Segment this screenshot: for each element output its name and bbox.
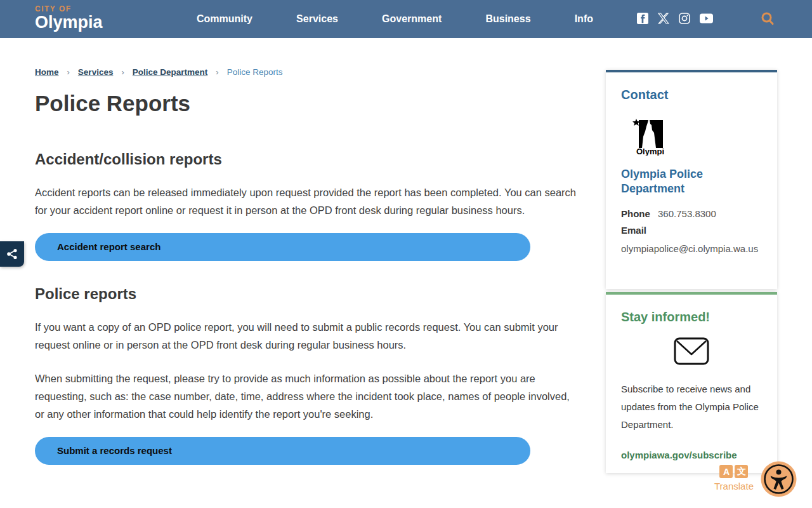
translate-widget[interactable]: A 文 Translate	[714, 465, 754, 491]
main-nav: Community Services Government Business I…	[197, 0, 593, 38]
phone-value: 360.753.8300	[658, 208, 716, 219]
breadcrumb: Home › Services › Police Department › Po…	[35, 67, 580, 77]
stay-informed-heading: Stay informed!	[621, 310, 762, 324]
nav-item-business[interactable]: Business	[485, 13, 530, 25]
stay-informed-text: Subscribe to receive news and updates fr…	[621, 380, 762, 433]
x-twitter-icon[interactable]	[658, 13, 669, 24]
share-button[interactable]	[0, 241, 24, 267]
logo-city-of: CITY OF	[35, 4, 103, 13]
email-value[interactable]: olympiapolice@ci.olympia.wa.us	[621, 243, 762, 254]
site-logo[interactable]: CITY OF Olympia	[35, 4, 103, 31]
subscribe-link[interactable]: olympiawa.gov/subscribe	[621, 450, 737, 460]
section-heading-accident: Accident/collision reports	[35, 150, 580, 168]
nav-item-government[interactable]: Government	[382, 13, 442, 25]
page: CITY OF Olympia Community Services Gover…	[0, 0, 812, 508]
breadcrumb-services[interactable]: Services	[78, 67, 114, 77]
nav-item-community[interactable]: Community	[197, 13, 252, 25]
svg-text:Olympia: Olympia	[636, 147, 664, 156]
accident-report-search-button[interactable]: Accident report search	[35, 233, 530, 261]
translate-letter-a: A	[719, 465, 733, 478]
contact-card: Contact Olympia Olympia Police Departmen…	[606, 70, 777, 289]
envelope-icon[interactable]	[674, 337, 709, 368]
youtube-icon[interactable]	[700, 13, 713, 23]
search-icon[interactable]	[760, 11, 775, 30]
translate-label: Translate	[714, 481, 754, 491]
paragraph-accident: Accident reports can be released immedia…	[35, 184, 580, 220]
breadcrumb-home[interactable]: Home	[35, 67, 59, 77]
contact-org-link[interactable]: Olympia Police Department	[621, 167, 762, 196]
breadcrumb-separator: ›	[67, 67, 70, 77]
olympia-police-logo-icon[interactable]: Olympia	[631, 116, 664, 156]
translate-char-cjk: 文	[735, 465, 748, 478]
breadcrumb-police-department[interactable]: Police Department	[133, 67, 208, 77]
nav-item-services[interactable]: Services	[296, 13, 338, 25]
breadcrumb-separator: ›	[121, 67, 124, 77]
logo-olympia: Olympia	[35, 14, 103, 31]
main-content: Home › Services › Police Department › Po…	[35, 67, 580, 465]
phone-label: Phone	[621, 208, 650, 219]
submit-records-request-button[interactable]: Submit a records request	[35, 437, 530, 465]
translate-icon: A 文	[714, 465, 754, 478]
contact-heading: Contact	[621, 88, 762, 102]
share-icon	[6, 248, 18, 260]
accessibility-button[interactable]	[761, 461, 797, 497]
section-heading-police-reports: Police reports	[35, 285, 580, 303]
email-label: Email	[621, 225, 762, 236]
contact-phone-row: Phone 360.753.8300	[621, 208, 762, 219]
breadcrumb-separator: ›	[216, 67, 218, 77]
nav-item-info[interactable]: Info	[575, 13, 593, 25]
paragraph-police-reports-2: When submitting the request, please try …	[35, 370, 580, 424]
stay-informed-card: Stay informed! Subscribe to receive news…	[606, 292, 777, 473]
instagram-icon[interactable]	[679, 13, 690, 24]
accessibility-icon	[761, 461, 797, 497]
paragraph-police-reports-1: If you want a copy of an OPD police repo…	[35, 318, 580, 354]
social-links	[637, 13, 713, 24]
breadcrumb-current: Police Reports	[227, 67, 283, 77]
page-title: Police Reports	[35, 91, 580, 116]
facebook-icon[interactable]	[637, 13, 648, 24]
site-header: CITY OF Olympia Community Services Gover…	[0, 0, 812, 38]
